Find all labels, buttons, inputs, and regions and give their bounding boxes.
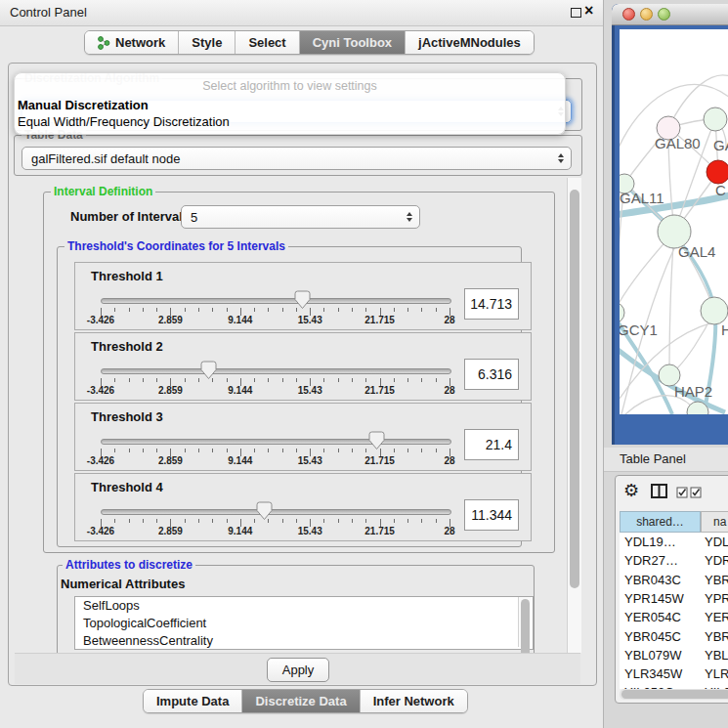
popup-option-equal-width[interactable]: Equal Width/Frequency Discretization (18, 114, 230, 129)
slider-tick (143, 449, 144, 452)
gear-icon[interactable]: ⚙ (623, 480, 639, 501)
tab-style[interactable]: Style (179, 31, 236, 54)
table-row[interactable]: YBR043CYBR043C (620, 571, 728, 589)
float-window-icon[interactable] (571, 8, 581, 18)
threshold-slider-track[interactable] (101, 439, 451, 445)
threshold-value-field[interactable]: 6.316 (464, 359, 519, 390)
numerical-attributes-list[interactable]: SelfLoopsTopologicalCoefficientBetweenne… (74, 596, 534, 650)
table-row[interactable]: YDR27…YDR27 (620, 551, 728, 570)
slider-tick (254, 378, 255, 382)
table-body[interactable]: YDL19…YDL19YDR27…YDR27YBR043CYBR043CYPR1… (620, 533, 728, 689)
slider-tick (156, 449, 157, 452)
threshold-value-field[interactable]: 14.713 (464, 288, 519, 320)
network-node[interactable] (707, 160, 728, 184)
num-intervals-combobox[interactable]: 5 (181, 205, 420, 229)
slider-thumb[interactable] (294, 290, 311, 314)
slider-tick (185, 308, 186, 312)
attributes-scrollbar[interactable] (518, 597, 532, 647)
slider-tick (296, 378, 297, 382)
tab-discretize-data[interactable]: Discretize Data (242, 690, 360, 712)
threshold-label: Threshold 2 (91, 339, 163, 354)
slider-thumb[interactable] (256, 501, 273, 525)
table-horizontal-scrollbar[interactable] (620, 689, 728, 700)
tab-jactivemnodules[interactable]: jActiveMNodules (406, 31, 534, 54)
threshold-slider-track[interactable] (101, 368, 451, 374)
slider-tick (323, 519, 324, 523)
slider-thumb[interactable] (368, 431, 385, 454)
column-header-shared-name[interactable]: shared… (620, 511, 701, 533)
attributes-scrollbar-thumb[interactable] (521, 599, 530, 653)
slider-tick (212, 308, 213, 312)
tab-infer-network[interactable]: Infer Network (361, 690, 467, 712)
checkbox-checked-icon[interactable] (676, 487, 689, 498)
slider-tick (338, 449, 339, 452)
slider-tick (227, 519, 228, 523)
threshold-value-field[interactable]: 21.4 (464, 429, 519, 460)
table-row[interactable]: YBR045CYBR045C (620, 627, 728, 646)
zoom-traffic-light-icon[interactable] (658, 8, 670, 21)
slider-tick-label: -3.426 (87, 526, 114, 536)
hscroll-thumb[interactable] (621, 690, 728, 699)
network-node[interactable] (620, 302, 624, 323)
table-row[interactable]: YDL19…YDL19 (620, 533, 728, 551)
table-row[interactable]: YER054CYER054C (620, 608, 728, 626)
network-canvas[interactable]: GAL80GACGAL11GAL4GCY1HHAP2 (620, 29, 728, 414)
tab-network[interactable]: Network (85, 31, 179, 54)
slider-tick (365, 449, 366, 452)
slider-tick-label: 9.144 (228, 526, 252, 536)
slider-tick-label: 28 (444, 385, 454, 396)
settings-scrollbar[interactable] (567, 178, 581, 653)
network-node[interactable] (701, 297, 728, 324)
slider-tick (143, 519, 144, 523)
slider-tick (421, 308, 422, 312)
tab-cyni-toolbox[interactable]: Cyni Toolbox (300, 31, 406, 54)
network-graph: GAL80GACGAL11GAL4GCY1HHAP2 (620, 29, 728, 414)
column-header-name[interactable]: na (701, 511, 728, 533)
slider-tick-label: -3.426 (87, 315, 114, 325)
threshold-label: Threshold 4 (91, 480, 163, 494)
minimize-traffic-light-icon[interactable] (640, 8, 653, 21)
threshold-label: Threshold 3 (91, 409, 163, 424)
network-node[interactable] (704, 107, 727, 131)
slider-tick (114, 308, 115, 312)
cell-name: YDL19 (701, 535, 728, 549)
slider-tick (268, 378, 269, 382)
slider-tick (282, 449, 283, 452)
tab-label: jActiveMNodules (418, 35, 521, 50)
threshold-value-field[interactable]: 11.344 (464, 499, 519, 531)
network-node-label: C (715, 182, 726, 198)
close-traffic-light-icon[interactable] (622, 8, 635, 21)
slider-tick (394, 308, 395, 312)
attribute-list-item[interactable]: SelfLoops (75, 597, 533, 615)
slider-thumb[interactable] (200, 361, 217, 384)
checkbox-checked-icon[interactable] (690, 487, 703, 498)
slider-tick (129, 519, 130, 523)
tab-select[interactable]: Select (236, 31, 299, 54)
table-row[interactable]: YPR145WYPR145W (620, 589, 728, 608)
cell-name: YER054C (701, 610, 728, 624)
table-row[interactable]: YLR345WYLR345W (620, 664, 728, 683)
apply-button[interactable]: Apply (267, 658, 329, 682)
slider-tick-label: 15.43 (298, 455, 322, 466)
settings-scrollbar-thumb[interactable] (570, 190, 579, 588)
slider-tick (185, 378, 186, 382)
close-icon[interactable]: × (584, 2, 593, 20)
tab-label: Infer Network (373, 694, 454, 708)
attribute-list-item[interactable]: TopologicalCoefficient (75, 615, 533, 632)
threshold-slider-track[interactable] (101, 298, 451, 304)
attribute-list-item[interactable]: BetweennessCentrality (75, 632, 533, 650)
numerical-attributes-label: Numerical Attributes (61, 577, 185, 591)
threshold-slider-track[interactable] (101, 509, 451, 515)
slider-tick (156, 519, 157, 523)
popup-option-manual[interactable]: Manual Discretization (18, 98, 149, 112)
slider-tick (212, 519, 213, 523)
slider-tick (129, 449, 130, 452)
table-data-combobox[interactable]: galFiltered.sif default node (21, 147, 572, 170)
columns-icon[interactable] (651, 484, 668, 499)
slider-tick-label: 21.715 (364, 385, 395, 396)
slider-tick (114, 378, 115, 382)
control-panel-titlebar: Control Panel × (0, 0, 603, 26)
tab-impute-data[interactable]: Impute Data (144, 690, 242, 712)
table-row[interactable]: YBL079WYBL079W (620, 646, 728, 664)
slider-tick-label: 15.43 (298, 385, 322, 396)
